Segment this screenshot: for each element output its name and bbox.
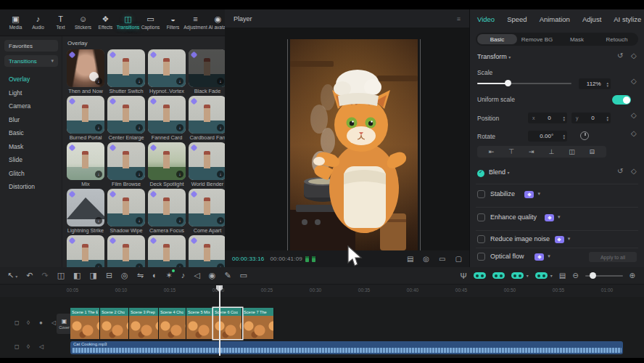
timeline-zoom-slider[interactable] (585, 275, 623, 277)
track-hide-icon[interactable]: ● (39, 319, 43, 326)
fullscreen-icon[interactable]: ▢ (455, 255, 462, 263)
video-preview[interactable] (290, 39, 418, 250)
sidebar-item-camera[interactable]: Camera (0, 99, 62, 113)
reset-icon[interactable]: ↺ (617, 52, 623, 60)
keyframe-icon[interactable]: ◇ (631, 77, 637, 85)
ratio-icon[interactable]: ▭ (439, 255, 445, 263)
transition-thumb[interactable]: ↓ (189, 49, 225, 87)
clip-scene-7-the[interactable]: Scene 7 The (242, 308, 274, 339)
sidebar-item-distortion[interactable]: Distortion (0, 180, 62, 194)
track-display-icon[interactable]: ▤ (559, 272, 566, 280)
chevron-down-icon[interactable]: ▾ (537, 191, 540, 197)
transition-thumb[interactable]: ↓ (148, 189, 186, 227)
sidebar-item-blur[interactable]: Blur (0, 113, 62, 127)
redo-button[interactable]: ↷ (41, 272, 48, 280)
uniform-scale-toggle[interactable] (612, 95, 631, 105)
keyframe-icon[interactable]: ◇ (631, 129, 637, 137)
apply-to-all-button[interactable]: Apply to all (589, 252, 637, 262)
transition-thumb[interactable]: ↓ (189, 189, 225, 227)
trim-left-button[interactable]: ◧ (73, 272, 80, 280)
transition-thumb[interactable]: ↓ (148, 96, 186, 134)
align-center-vertical-icon[interactable]: ⊟ (590, 148, 595, 155)
clip-scene-2-cho[interactable]: Scene 2 Cho (100, 308, 129, 339)
clip-scene-4-cho[interactable]: Scene 4 Cho (159, 308, 186, 339)
rotate-field[interactable]: 0.00° ▴▾ (528, 131, 567, 142)
audio-tool-button[interactable]: ♪ (181, 272, 186, 280)
clip-scene-5-mix[interactable]: Scene 5 Mix (186, 308, 213, 339)
preview-axis-toggle[interactable] (511, 272, 524, 279)
checkbox[interactable] (477, 235, 485, 243)
transition-thumb[interactable]: ↓ (148, 142, 186, 180)
scale-slider[interactable] (477, 83, 571, 84)
tab-adjust[interactable]: Adjust (582, 15, 601, 23)
speaker-button[interactable]: ◁ (194, 272, 199, 280)
clip-scene-6-coo[interactable]: Scene 6 Coo (213, 308, 242, 339)
checkbox[interactable] (477, 253, 485, 261)
reset-icon[interactable]: ↺ (617, 167, 623, 175)
transition-thumb[interactable]: ↓ (67, 96, 104, 134)
subtab-retouch[interactable]: Retouch (597, 34, 637, 44)
timeline-ruler[interactable]: 00:0500:1000:1500:2000:2500:3000:3500:40… (0, 285, 644, 297)
blend-section-header[interactable]: Blend ▾ (489, 168, 510, 176)
mirror-button[interactable]: ◐ (152, 272, 157, 280)
align-center-horizontal-icon[interactable]: ◫ (569, 148, 575, 155)
tab-speed[interactable]: Speed (507, 15, 527, 23)
transition-thumb[interactable]: ↓ (148, 49, 186, 87)
draw-button[interactable]: ✎ (224, 272, 231, 280)
align-top-icon[interactable]: ⊤ (508, 148, 514, 155)
stepper-icon[interactable]: ▴▾ (563, 134, 565, 139)
checkbox[interactable] (477, 190, 485, 198)
transition-thumb[interactable]: ↓ (67, 142, 104, 180)
chevron-down-icon[interactable]: ▾ (548, 253, 550, 259)
player-menu-icon[interactable]: ≡ (457, 15, 461, 23)
keyframe-icon[interactable]: ◇ (631, 52, 637, 60)
chevron-down-icon[interactable]: ▾ (568, 236, 571, 242)
undo-button[interactable]: ↶ (26, 272, 33, 280)
playhead-line[interactable] (219, 286, 220, 356)
smart-tool-button[interactable]: ✶ (166, 272, 173, 280)
toolbar-item-effects[interactable]: ❖Effects (94, 11, 117, 35)
portrait-button[interactable]: ◉ (209, 272, 216, 280)
sidebar-item-slide[interactable]: Slide (0, 153, 62, 167)
sidebar-item-glitch[interactable]: Glitch (0, 167, 62, 181)
keyframe-icon[interactable]: ◇ (631, 111, 637, 119)
toolbar-item-text[interactable]: TText (49, 11, 72, 35)
rotate-dial[interactable] (580, 131, 589, 140)
track-mute-icon[interactable]: ◁ (51, 319, 56, 326)
stepper-icon[interactable]: ▴▾ (606, 115, 608, 121)
split-button[interactable]: ◫ (57, 272, 65, 280)
zoom-in-icon[interactable]: ⊕ (629, 272, 635, 280)
position-y-field[interactable]: y 0 ▴▾ (571, 113, 611, 123)
track-options-icon[interactable]: ◻ (15, 343, 20, 350)
transition-thumb[interactable]: ↓ (107, 49, 145, 87)
toolbar-item-media[interactable]: ▣Media (4, 11, 27, 35)
enhancement-row-stabilize[interactable]: Stabilize▾ (470, 189, 644, 200)
transition-thumb[interactable]: ↓ (67, 49, 104, 87)
tab-video[interactable]: Video (477, 15, 495, 23)
track-options-icon[interactable]: ◻ (15, 319, 20, 326)
chevron-down-icon[interactable]: ▾ (527, 273, 529, 278)
tab-animation[interactable]: Animation (540, 15, 570, 23)
stepper-icon[interactable]: ▴▾ (563, 115, 565, 121)
category-dropdown[interactable]: Transitions ▾ (4, 55, 58, 67)
sidebar-item-basic[interactable]: Basic (0, 126, 62, 140)
align-right-icon[interactable]: ⇥ (529, 148, 534, 155)
clip-scene-3-prep[interactable]: Scene 3 Prep (129, 308, 159, 339)
toolbar-item-transitions[interactable]: ◫Transitions (117, 11, 139, 35)
audio-clip[interactable]: Cat Cooking.mp3 (70, 341, 623, 354)
snapshot-icon[interactable]: ◎ (423, 255, 429, 263)
trim-right-button[interactable]: ◨ (89, 272, 96, 280)
toolbar-item-stickers[interactable]: ☺Stickers (72, 11, 94, 35)
freeze-frame-button[interactable]: ◎ (121, 272, 128, 280)
transition-thumb[interactable]: ↓ (189, 235, 225, 267)
chevron-down-icon[interactable]: ▾ (558, 214, 561, 220)
transform-section-header[interactable]: Transform ▾ (477, 53, 511, 60)
linking-toggle[interactable] (492, 272, 505, 279)
reverse-button[interactable]: ⇋ (137, 272, 144, 280)
display-button[interactable]: ▭ (240, 272, 247, 280)
toolbar-item-captions[interactable]: ▭Captions (139, 11, 162, 35)
position-x-field[interactable]: x 0 ▴▾ (528, 113, 567, 123)
enhancement-row-reduce-image-noise[interactable]: Reduce image noise▾ (470, 234, 644, 245)
sidebar-item-overlay[interactable]: Overlay (0, 73, 62, 86)
transition-thumb[interactable]: ↓ (107, 142, 145, 180)
